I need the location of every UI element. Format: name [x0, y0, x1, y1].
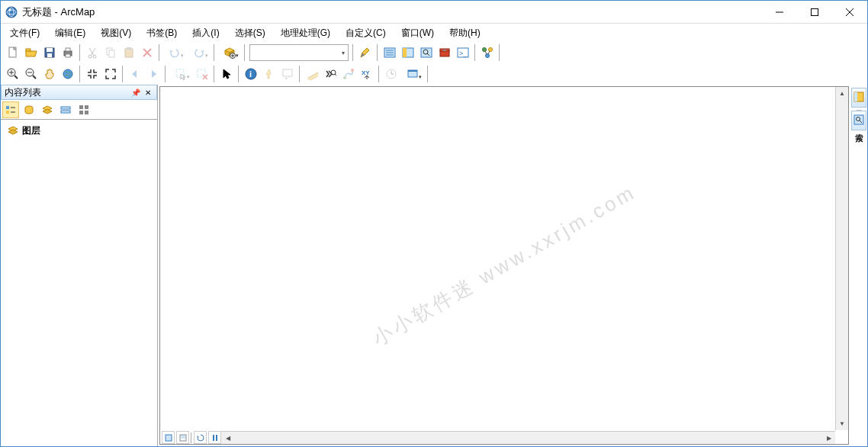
svg-line-17	[91, 48, 95, 56]
menu-geoprocessing[interactable]: 地理处理(G)	[273, 24, 338, 42]
pause-button[interactable]	[208, 431, 221, 444]
menu-edit[interactable]: 编辑(E)	[47, 24, 93, 42]
pan-button[interactable]	[41, 66, 58, 82]
svg-rect-83	[61, 111, 70, 113]
toc-options-tab[interactable]	[76, 101, 92, 118]
svg-rect-15	[66, 54, 70, 57]
zoom-out-button[interactable]	[23, 66, 40, 82]
svg-line-51	[14, 76, 18, 79]
paste-button[interactable]	[121, 44, 137, 61]
undo-button[interactable]	[163, 44, 186, 61]
svg-line-68	[335, 74, 336, 76]
arctoolbox-button[interactable]	[436, 44, 453, 61]
clear-selection-button[interactable]	[194, 66, 211, 82]
time-slider-button[interactable]	[383, 66, 400, 82]
select-features-button[interactable]	[169, 66, 192, 82]
svg-rect-34	[403, 48, 407, 57]
menu-file[interactable]: 文件(F)	[2, 24, 47, 42]
svg-rect-11	[47, 48, 53, 52]
find-route-button[interactable]	[340, 66, 357, 82]
python-button[interactable]: >_	[455, 44, 471, 61]
svg-rect-88	[166, 435, 172, 441]
save-button[interactable]	[41, 44, 58, 61]
html-popup-button[interactable]	[279, 66, 296, 82]
measure-button[interactable]	[304, 66, 320, 82]
layout-view-tab[interactable]	[176, 431, 189, 444]
list-by-visibility-tab[interactable]	[39, 101, 56, 118]
svg-line-59	[203, 75, 207, 79]
catalog-button[interactable]	[400, 44, 416, 61]
data-view-tab[interactable]	[162, 431, 175, 444]
svg-rect-9	[26, 49, 31, 51]
svg-point-55	[63, 69, 72, 79]
maximize-button[interactable]	[797, 1, 832, 24]
menu-help[interactable]: 帮助(H)	[442, 24, 488, 42]
menu-insert[interactable]: 插入(I)	[185, 24, 227, 42]
layers-root-node[interactable]: 图层	[7, 124, 151, 137]
tools-toolbar: i XY	[1, 63, 867, 85]
menu-customize[interactable]: 自定义(C)	[338, 24, 394, 42]
fixed-zoom-in-button[interactable]	[84, 66, 101, 82]
toc-tabs	[1, 100, 157, 120]
goto-xy-button[interactable]: XY	[358, 66, 375, 82]
map-scale-input[interactable]	[249, 44, 349, 61]
svg-line-66	[314, 75, 315, 76]
pin-icon[interactable]: 📌	[130, 87, 141, 98]
hyperlink-button[interactable]	[261, 66, 278, 82]
find-button[interactable]	[322, 66, 339, 82]
vertical-scrollbar[interactable]: ▲▼	[835, 87, 848, 430]
svg-line-64	[310, 77, 311, 79]
pointer-button[interactable]	[218, 66, 235, 82]
menu-bookmarks[interactable]: 书签(B)	[139, 24, 185, 42]
svg-rect-95	[854, 115, 863, 124]
list-by-drawing-order-tab[interactable]	[2, 101, 19, 118]
menu-windows[interactable]: 窗口(W)	[394, 24, 442, 42]
toc-header[interactable]: 内容列表 📌 ✕	[1, 85, 157, 100]
menubar: 文件(F) 编辑(E) 视图(V) 书签(B) 插入(I) 选择(S) 地理处理…	[1, 24, 867, 42]
horizontal-scrollbar[interactable]: ◀▶	[221, 431, 835, 444]
search-side-tab[interactable]: 搜索	[851, 111, 866, 130]
svg-point-19	[93, 55, 96, 58]
svg-line-47	[488, 51, 490, 54]
side-panels: 目录 搜索	[850, 85, 867, 446]
full-extent-button[interactable]	[59, 66, 76, 82]
minimize-button[interactable]	[762, 1, 797, 24]
svg-point-44	[489, 48, 493, 52]
model-builder-button[interactable]	[479, 44, 496, 61]
cut-button[interactable]	[84, 44, 101, 61]
editor-toolbar-button[interactable]	[357, 44, 374, 61]
copy-button[interactable]	[102, 44, 119, 61]
delete-button[interactable]	[139, 44, 156, 61]
catalog-side-tab[interactable]: 目录	[851, 88, 866, 108]
fixed-zoom-out-button[interactable]	[102, 66, 119, 82]
svg-rect-57	[198, 69, 205, 77]
redo-button[interactable]	[188, 44, 211, 61]
menu-selection[interactable]: 选择(S)	[227, 24, 273, 42]
new-doc-button[interactable]	[5, 44, 21, 61]
back-extent-button[interactable]	[127, 66, 143, 82]
map-canvas[interactable]: 小小软件迷 www.xxrjm.com ▲▼ ◀▶	[159, 86, 849, 445]
viewer-button[interactable]	[401, 66, 424, 82]
table-of-contents-panel: 内容列表 📌 ✕ 图层	[1, 85, 158, 446]
add-data-button[interactable]	[218, 44, 241, 61]
svg-text:>_: >_	[459, 50, 468, 57]
search-button[interactable]	[418, 44, 435, 61]
close-icon[interactable]: ✕	[143, 87, 153, 98]
svg-rect-56	[176, 69, 184, 77]
svg-rect-63	[308, 72, 318, 80]
menu-view[interactable]: 视图(V)	[93, 24, 139, 42]
zoom-in-button[interactable]	[5, 66, 21, 82]
identify-button[interactable]: i	[243, 66, 259, 82]
svg-line-24	[143, 49, 151, 56]
svg-rect-85	[85, 105, 88, 109]
list-by-selection-tab[interactable]	[57, 101, 74, 118]
print-button[interactable]	[59, 44, 76, 61]
forward-extent-button[interactable]	[145, 66, 162, 82]
watermark: 小小软件迷 www.xxrjm.com	[368, 178, 641, 352]
svg-rect-77	[6, 106, 9, 109]
close-button[interactable]	[832, 1, 867, 24]
open-button[interactable]	[23, 44, 40, 61]
list-by-source-tab[interactable]	[21, 101, 37, 118]
refresh-button[interactable]	[194, 431, 207, 444]
toc-button[interactable]	[381, 44, 398, 61]
